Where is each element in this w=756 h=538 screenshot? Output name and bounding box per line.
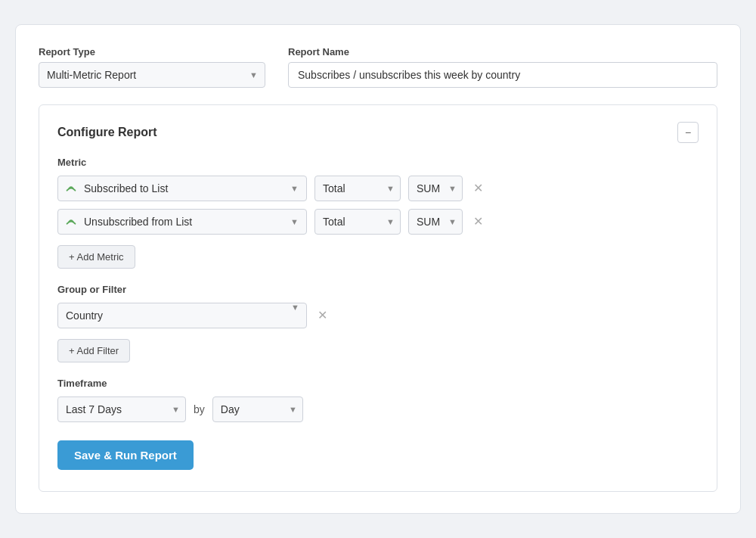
metric-2-select[interactable]: Subscribed to List Unsubscribed from Lis… <box>84 216 282 228</box>
timeframe-period-select[interactable]: Last 7 Days Last 14 Days Last 30 Days La… <box>57 397 186 422</box>
add-metric-button[interactable]: + Add Metric <box>57 245 135 269</box>
metric-1-chevron-icon: ▼ <box>290 184 299 193</box>
metric-1-remove-button[interactable]: ✕ <box>470 179 486 197</box>
report-name-label: Report Name <box>288 46 717 58</box>
metric-row-2: Subscribed to List Unsubscribed from Lis… <box>57 209 699 235</box>
configure-header: Configure Report − <box>57 122 699 143</box>
timeframe-row: Last 7 Days Last 14 Days Last 30 Days La… <box>57 397 699 422</box>
timeframe-period-wrapper: Last 7 Days Last 14 Days Last 30 Days La… <box>57 397 186 422</box>
timeframe-granularity-select[interactable]: Day Week Month <box>212 397 303 422</box>
metric-2-agg2-select[interactable]: SUM AVG MAX MIN <box>408 209 463 235</box>
by-label: by <box>194 403 205 415</box>
timeframe-granularity-wrapper: Day Week Month ▼ <box>212 397 303 422</box>
timeframe-section-label: Timeframe <box>57 378 699 389</box>
configure-card: Configure Report − Metric Subscribed to … <box>39 104 717 492</box>
configure-title: Configure Report <box>57 126 157 139</box>
metric-2-chevron-icon: ▼ <box>290 217 299 226</box>
filter-section-label: Group or Filter <box>57 284 699 295</box>
report-name-input[interactable] <box>288 62 717 88</box>
metric-2-agg1-select[interactable]: Total Unique Per Contact <box>314 209 401 235</box>
subscribed-icon <box>64 182 78 195</box>
outer-card: Report Type Multi-Metric Report Single M… <box>15 24 741 514</box>
add-filter-button[interactable]: + Add Filter <box>57 339 130 362</box>
metric-1-agg2-wrapper: SUM AVG MAX MIN ▼ <box>408 176 463 201</box>
report-name-group: Report Name <box>288 46 717 88</box>
collapse-button[interactable]: − <box>677 122 699 143</box>
metric-2-agg2-wrapper: SUM AVG MAX MIN ▼ <box>408 209 463 235</box>
top-row: Report Type Multi-Metric Report Single M… <box>39 46 717 88</box>
filter-1-remove-button[interactable]: ✕ <box>314 306 330 325</box>
metric-2-remove-button[interactable]: ✕ <box>470 213 486 231</box>
metric-2-select-wrapper[interactable]: Subscribed to List Unsubscribed from Lis… <box>57 209 307 235</box>
report-type-label: Report Type <box>39 46 265 58</box>
metric-1-agg1-select[interactable]: Total Unique Per Contact <box>314 176 401 201</box>
unsubscribed-icon <box>64 215 78 229</box>
filter-1-select[interactable]: Country City State Tag Source <box>57 303 307 328</box>
metric-1-agg1-wrapper: Total Unique Per Contact ▼ <box>314 176 401 201</box>
filter-1-select-wrapper: Country City State Tag Source ▼ <box>57 303 307 328</box>
filter-row-1: Country City State Tag Source ▼ ✕ <box>57 303 699 328</box>
save-run-button[interactable]: Save & Run Report <box>57 440 194 470</box>
metric-1-select-wrapper[interactable]: Subscribed to List Unsubscribed from Lis… <box>57 176 307 201</box>
report-type-select-wrapper: Multi-Metric Report Single Metric Report… <box>39 62 265 88</box>
metric-1-select[interactable]: Subscribed to List Unsubscribed from Lis… <box>84 182 282 194</box>
metric-1-agg2-select[interactable]: SUM AVG MAX MIN <box>408 176 463 201</box>
metric-section-label: Metric <box>57 157 699 168</box>
metric-2-agg1-wrapper: Total Unique Per Contact ▼ <box>314 209 401 235</box>
report-type-select[interactable]: Multi-Metric Report Single Metric Report… <box>39 62 265 88</box>
metric-row-1: Subscribed to List Unsubscribed from Lis… <box>57 176 699 201</box>
report-type-group: Report Type Multi-Metric Report Single M… <box>39 46 265 88</box>
